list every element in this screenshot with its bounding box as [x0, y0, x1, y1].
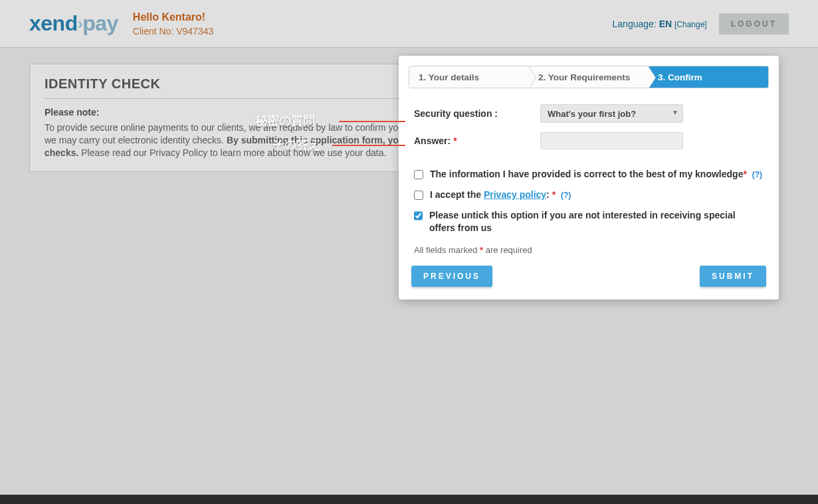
answer-label: Answer: * [414, 135, 540, 146]
previous-button[interactable]: PREVIOUS [411, 266, 492, 287]
logo-text-2: pay [82, 11, 118, 35]
submit-button[interactable]: SUBMIT [700, 266, 766, 287]
greeting: Hello Kentaro! Client No: V947343 [133, 11, 213, 37]
annotation-line [332, 145, 405, 146]
header: xend›pay Hello Kentaro! Client No: V9473… [0, 0, 818, 48]
annotation-line [339, 121, 405, 122]
confirm-info-label: The information I have provided is corre… [430, 168, 762, 181]
logout-button[interactable]: LOGOUT [719, 13, 789, 35]
security-question-label: Security question : [414, 108, 540, 119]
step-indicator: 1. Your details 2. Your Requirements 3. … [409, 66, 769, 88]
confirm-info-checkbox[interactable] [414, 170, 423, 179]
offers-checkbox[interactable] [414, 211, 423, 220]
logo-text-1: xend [29, 11, 78, 35]
security-question-select[interactable]: What's your first job? [540, 104, 683, 123]
step-3[interactable]: 3. Confirm [649, 66, 768, 88]
annotation-security-question: 秘密の質問 [255, 113, 315, 129]
language-selector[interactable]: Language: EN [Change] [613, 19, 707, 29]
logo[interactable]: xend›pay [29, 11, 118, 36]
client-number: Client No: V947343 [133, 26, 213, 37]
step-2[interactable]: 2. Your Requirements [529, 66, 649, 88]
answer-input[interactable] [540, 132, 683, 149]
required-note: All fields marked * are required [409, 242, 769, 266]
privacy-checkbox[interactable] [414, 191, 423, 200]
footer [0, 495, 818, 504]
help-icon[interactable]: (?) [561, 191, 571, 200]
confirm-modal: 1. Your details 2. Your Requirements 3. … [399, 56, 779, 299]
step-1[interactable]: 1. Your details [409, 66, 529, 88]
annotation-answer: その答え [272, 137, 320, 153]
privacy-label: I accept the Privacy policy: * (?) [430, 189, 571, 201]
help-icon[interactable]: (?) [752, 170, 762, 179]
offers-label: Please untick this option if you are not… [429, 209, 764, 234]
greeting-hello: Hello Kentaro! [133, 11, 213, 23]
privacy-policy-link[interactable]: Privacy policy [484, 189, 546, 200]
